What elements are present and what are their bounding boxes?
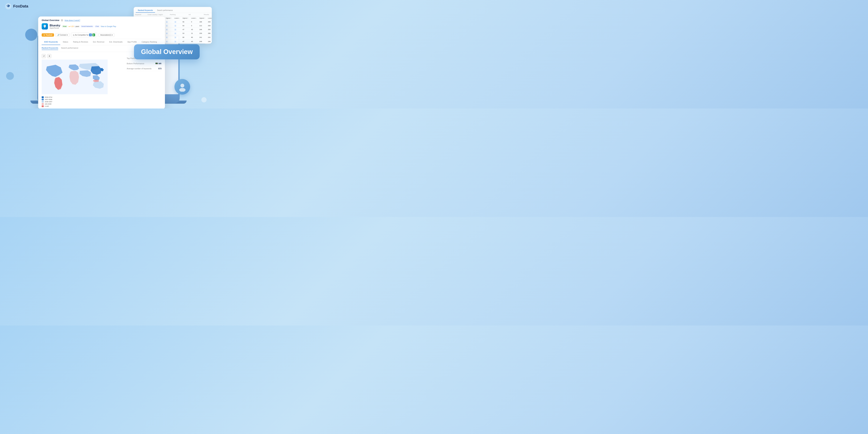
avg-keywords-label: Average number of keywords bbox=[127, 67, 152, 70]
label-social: Social Networks bbox=[81, 25, 94, 27]
mr-flag: 🇲🇷 bbox=[155, 62, 158, 65]
col-rank-lowest: Lowest ↓ bbox=[173, 17, 181, 20]
view-in-google-play-link[interactable]: View in Google Play bbox=[101, 26, 116, 27]
avg-keywords-row: Average number of keywords 573 bbox=[127, 66, 161, 71]
app-info-row: Bluesky Apps/Social Free ★4.26 Label: So… bbox=[42, 23, 161, 31]
col-ranking: Ranking bbox=[164, 13, 181, 17]
price-badge: Free bbox=[62, 25, 67, 27]
col-vol-lowest: Lowest ↓ bbox=[190, 17, 198, 20]
tab-est-revenue[interactable]: Est. Revenue bbox=[90, 39, 107, 45]
right-panel: Top Performance 🇧🇷 BR Bottom Performance… bbox=[127, 54, 161, 107]
legend-item-2: 4397-6596 bbox=[42, 99, 123, 100]
bottom-perf-label: Bottom Performance bbox=[127, 62, 144, 65]
brand-name: FoxData bbox=[13, 4, 28, 8]
connect-button[interactable]: 🔗 Connect ▾ bbox=[55, 33, 70, 37]
col-rank-highest: Highest ↑ bbox=[164, 17, 173, 20]
avatar-circle bbox=[175, 79, 190, 95]
legend-item-4: 440-2638 bbox=[42, 103, 123, 105]
app-details: Bluesky Apps/Social bbox=[50, 24, 60, 29]
col-vol: Vol bbox=[181, 13, 198, 17]
app-header: Global Overview ? How does it work? Blue… bbox=[38, 17, 165, 39]
map-tools: ↺ ⬇ bbox=[42, 54, 123, 58]
global-overview-badge: Global Overview bbox=[134, 44, 199, 59]
deco-circle-white bbox=[202, 97, 207, 102]
app-category: Apps/Social bbox=[50, 27, 60, 29]
global-overview-bar: Global Overview ? How does it work? bbox=[42, 19, 161, 22]
bg-tab-ranked[interactable]: Ranked Keywords bbox=[136, 8, 155, 13]
tracked-icon: ★ bbox=[43, 34, 45, 36]
col-country: Cover country / region bbox=[146, 13, 164, 17]
app-rating: ★4.26 bbox=[68, 26, 73, 27]
competitor-icon: ◎ bbox=[73, 34, 74, 36]
col-vol-highest: Highest ↑ bbox=[181, 17, 190, 20]
svg-point-1 bbox=[7, 5, 8, 6]
bottom-performance-row: Bottom Performance 🇲🇷 MR bbox=[127, 61, 161, 66]
bottom-perf-value: 🇲🇷 MR bbox=[155, 62, 161, 65]
main-card: Global Overview ? How does it work? Blue… bbox=[38, 17, 165, 108]
tab-app-profile[interactable]: App Profile bbox=[125, 39, 139, 45]
bg-tab-search[interactable]: Search performance bbox=[155, 8, 175, 13]
refresh-tool-btn[interactable]: ↺ bbox=[42, 54, 46, 58]
tab-category-ranking[interactable]: Category Ranking bbox=[139, 39, 159, 45]
col-res-highest: Highest ↑ bbox=[198, 17, 207, 20]
col-res-lowest: Lowest ↓ bbox=[207, 17, 212, 20]
legend-item-3: 2638-4397 bbox=[42, 101, 123, 102]
subtab-ranked[interactable]: Ranked Keywords bbox=[42, 47, 58, 50]
info-icon: ? bbox=[61, 19, 63, 22]
app-meta: Free ★4.26 Label: Social Networks Chat V… bbox=[62, 25, 116, 27]
association-button[interactable]: Association(1) ▾ bbox=[98, 33, 115, 37]
tab-est-downloads[interactable]: Est. Downloads bbox=[107, 39, 125, 45]
chevron-icon: ▾ bbox=[67, 34, 68, 36]
connect-icon: 🔗 bbox=[57, 34, 59, 36]
chevron-down-icon: ▾ bbox=[112, 34, 113, 36]
tab-aso-keywords[interactable]: ASO Keywords bbox=[42, 39, 60, 45]
deco-circle-light bbox=[6, 72, 14, 80]
svg-point-5 bbox=[179, 88, 185, 92]
bg-card-tabs: Ranked Keywords Search performance bbox=[134, 7, 212, 13]
map-legend: 6596-8794 4397-6596 2638-4397 440-2638 0… bbox=[42, 96, 123, 107]
competitor-button[interactable]: ◎ As Competitor for A ▶ bbox=[71, 33, 97, 37]
tab-status[interactable]: Status bbox=[60, 39, 70, 45]
legend-item-5: 0-440 bbox=[42, 105, 123, 107]
col-results: Results bbox=[198, 13, 212, 17]
avatar-person-icon bbox=[178, 82, 187, 92]
how-it-works-link[interactable]: How does it work? bbox=[65, 19, 80, 21]
svg-point-2 bbox=[44, 26, 45, 27]
label-chat: Chat bbox=[95, 25, 100, 27]
app-name: Bluesky bbox=[50, 24, 60, 27]
tracked-button[interactable]: ★ Tracked bbox=[42, 33, 54, 37]
avg-keywords-value: 573 bbox=[158, 67, 161, 70]
global-overview-badge-text: Global Overview bbox=[141, 48, 193, 55]
world-map-svg bbox=[42, 60, 107, 94]
playstore-icon: ▶ bbox=[92, 33, 95, 36]
legend-item-1: 6596-8794 bbox=[42, 96, 123, 98]
tab-rating-reviews[interactable]: Rating & Reviews bbox=[71, 39, 91, 45]
col-keyword: Keyword bbox=[134, 13, 146, 17]
label-text: Label: bbox=[75, 26, 80, 27]
foxdata-logo-icon bbox=[5, 3, 11, 9]
map-section: ↺ ⬇ bbox=[38, 52, 165, 108]
svg-point-4 bbox=[180, 84, 184, 88]
deco-circle-blue bbox=[25, 29, 37, 41]
app-icon bbox=[42, 23, 48, 30]
section-title: Global Overview bbox=[42, 19, 59, 22]
action-row: ★ Tracked 🔗 Connect ▾ ◎ As Competitor fo… bbox=[42, 31, 161, 39]
header: FoxData bbox=[5, 3, 28, 9]
appstore-icon: A bbox=[89, 33, 92, 36]
map-container: ↺ ⬇ bbox=[42, 54, 123, 107]
subtab-search-perf[interactable]: Search performance bbox=[61, 47, 78, 50]
export-tool-btn[interactable]: ⬇ bbox=[47, 54, 51, 58]
